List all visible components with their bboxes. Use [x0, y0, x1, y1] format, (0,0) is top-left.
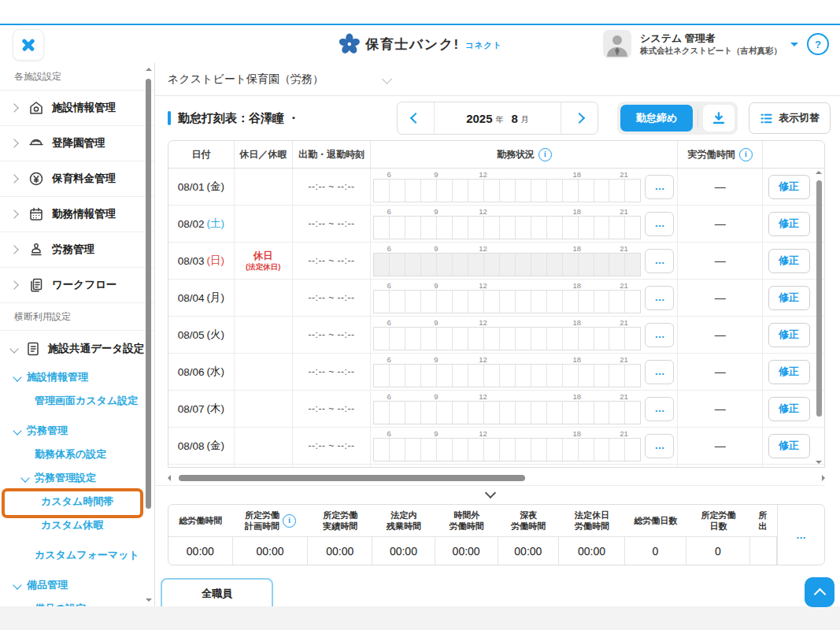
sidebar-item-labor-settings[interactable]: 労務管理設定: [0, 466, 154, 490]
sidebar-item-tree-facility-info[interactable]: 施設情報管理: [0, 365, 154, 389]
table-horizontal-scrollbar[interactable]: [168, 472, 825, 484]
scroll-up-arrow[interactable]: [816, 171, 822, 174]
holiday-cell: [235, 391, 293, 427]
collapse-chevron-icon: [484, 487, 495, 498]
toolbar: 勤怠打刻表：谷澤瞳 ・ 2025 年 8 月 勤怠締め: [155, 96, 840, 140]
col-actions: [763, 141, 824, 168]
edit-button[interactable]: 修正: [768, 323, 810, 347]
sidebar-item-custom-format[interactable]: カスタムフォーマット: [0, 543, 154, 567]
scroll-right-arrow[interactable]: [822, 475, 825, 481]
table-row: 08/05(火) --:-- ~ --:-- 69121821 … — 修正: [168, 317, 824, 354]
row-more-button[interactable]: …: [645, 175, 674, 199]
user-role: システム 管理者: [640, 32, 782, 45]
chevron-down-icon: [382, 74, 392, 84]
download-button[interactable]: [703, 105, 735, 132]
edit-button[interactable]: 修正: [768, 397, 810, 421]
table-vertical-scrollbar[interactable]: [815, 169, 823, 465]
timeline: 69121821: [373, 318, 641, 351]
table-row: 08/07(木) --:-- ~ --:-- 69121821 … — 修正: [168, 391, 824, 428]
scrollbar-thumb[interactable]: [816, 180, 822, 417]
info-icon[interactable]: i: [538, 148, 552, 161]
sidebar-item-facility-info[interactable]: 施設情報管理: [0, 91, 154, 126]
brand-logo[interactable]: 保育士バンク! コネクト: [338, 25, 501, 63]
date-cell: 08/03(日): [168, 243, 235, 279]
sidebar-item-custom-timeband[interactable]: カスタム時間帯: [0, 490, 154, 513]
date-cell: 08/05(火): [168, 317, 235, 353]
row-more-button[interactable]: …: [645, 249, 674, 273]
info-icon[interactable]: i: [283, 514, 296, 528]
chevron-down-icon[interactable]: [790, 43, 798, 50]
chevron-left-icon: [410, 113, 421, 124]
attendance-close-button[interactable]: 勤怠締め: [620, 105, 693, 132]
view-toggle-button[interactable]: 表示切替: [749, 102, 831, 134]
timeline: 69121821: [373, 170, 641, 203]
table-row: 08/03(日) 休日(法定休日) --:-- ~ --:-- 69121821…: [168, 243, 824, 280]
scroll-left-arrow[interactable]: [168, 475, 171, 481]
month-display: 2025 年 8 月: [434, 102, 561, 134]
timeline-cell: 69121821: [371, 317, 642, 353]
col-clock: 出勤・退勤時刻: [293, 141, 372, 168]
chevron-down-icon: [9, 344, 18, 353]
summary-table: 総労働時間 00:00 所定労働計画時間i 00:00 所定労働実績時間 00:…: [168, 504, 825, 565]
user-menu[interactable]: システム 管理者 株式会社ネクストビート（吉村真彩） ?: [603, 25, 829, 63]
summary-col: 法定内残業時間 00:00: [372, 505, 435, 565]
attendance-table: 日付 休日／休暇 出勤・退勤時刻 勤務状況i 実労働時間i 08/01(金) -…: [168, 140, 825, 468]
row-more-button[interactable]: …: [645, 286, 674, 310]
row-more-button[interactable]: …: [645, 323, 674, 347]
scrollbar-thumb[interactable]: [146, 79, 151, 509]
labor-icon: [28, 241, 45, 258]
hours-cell: —: [678, 428, 763, 464]
sidebar-item-common-data[interactable]: 施設共通データ設定: [0, 332, 154, 365]
facility-selector[interactable]: ネクストビート保育園（労務）: [155, 63, 840, 96]
sidebar-item-workflow[interactable]: ワークフロー: [0, 268, 154, 303]
scroll-down-arrow[interactable]: [146, 598, 152, 602]
edit-button[interactable]: 修正: [768, 249, 810, 273]
hours-cell: —: [678, 391, 763, 427]
summary-more-button[interactable]: …: [777, 505, 824, 565]
row-more-button[interactable]: …: [645, 212, 674, 236]
scroll-to-top-button[interactable]: [805, 577, 834, 607]
hours-cell: —: [678, 243, 763, 279]
sidebar-item-labor[interactable]: 労務管理: [0, 232, 154, 268]
sidebar-item-admin-custom[interactable]: 管理画面カスタム設定: [0, 389, 154, 413]
scroll-up-arrow[interactable]: [146, 68, 152, 71]
scrollbar-thumb[interactable]: [179, 475, 525, 481]
user-info: システム 管理者 株式会社ネクストビート（吉村真彩）: [640, 32, 782, 55]
edit-button[interactable]: 修正: [768, 360, 810, 384]
sidebar-item-equipment-settings[interactable]: 備品の設定: [0, 597, 154, 606]
summary-col-truncated: 所出: [750, 505, 777, 565]
edit-button[interactable]: 修正: [768, 212, 810, 236]
timeline-cell: 69121821: [371, 280, 642, 316]
row-more-button[interactable]: …: [645, 360, 674, 384]
row-more-button[interactable]: …: [645, 434, 674, 458]
edit-button[interactable]: 修正: [768, 175, 810, 199]
chevron-right-icon: [9, 209, 18, 218]
holiday-cell: [235, 280, 293, 316]
edit-button[interactable]: 修正: [768, 434, 810, 458]
sidebar-item-equipment[interactable]: 備品管理: [0, 573, 154, 597]
summary-col: 総労働日数 0: [625, 505, 686, 565]
clock-cell: --:-- ~ --:--: [293, 169, 372, 205]
edit-cell: 修正: [763, 243, 815, 279]
sidebar-item-custom-leave[interactable]: カスタム休暇: [0, 513, 154, 537]
prev-month-button[interactable]: [398, 102, 434, 134]
sidebar-item-tree-labor[interactable]: 労務管理: [0, 419, 154, 443]
sidebar-scrollbar[interactable]: [144, 66, 154, 603]
timeline: 69121821: [373, 207, 641, 240]
sidebar-item-drop-off[interactable]: 登降園管理: [0, 126, 154, 161]
table-header: 日付 休日／休暇 出勤・退勤時刻 勤務状況i 実労働時間i: [168, 141, 824, 169]
edit-button[interactable]: 修正: [768, 286, 810, 310]
sidebar-item-work-info[interactable]: 勤務情報管理: [0, 197, 154, 232]
sidebar-item-work-system[interactable]: 勤務体系の設定: [0, 443, 154, 466]
info-icon[interactable]: i: [739, 148, 753, 161]
scroll-down-arrow[interactable]: [816, 461, 822, 464]
summary-collapse-bar[interactable]: [155, 485, 825, 503]
tab-all-staff[interactable]: 全職員: [161, 578, 273, 610]
help-button[interactable]: ?: [807, 33, 829, 55]
more-cell: …: [642, 354, 679, 390]
sidebar-item-fee[interactable]: 保育料金管理: [0, 161, 154, 197]
row-more-button[interactable]: …: [645, 397, 674, 421]
next-month-button[interactable]: [561, 102, 598, 134]
close-button[interactable]: [13, 29, 44, 61]
page-title: 勤怠打刻表：谷澤瞳 ・: [178, 111, 299, 126]
